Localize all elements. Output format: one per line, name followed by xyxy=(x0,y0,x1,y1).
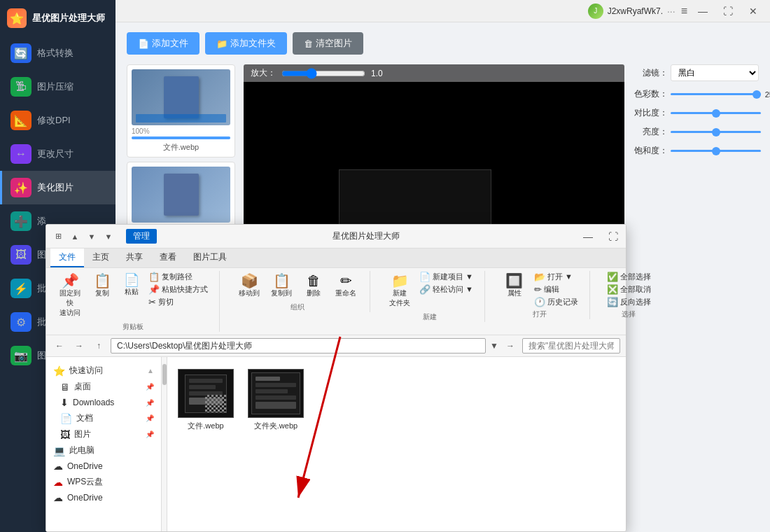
file-item-1[interactable]: ✕ 100% 文件.webp xyxy=(127,64,235,158)
rename-label: 重命名 xyxy=(335,288,356,298)
ribbon-tab-share[interactable]: 共享 xyxy=(118,248,151,267)
ribbon-small-edit[interactable]: ✏ 编辑 xyxy=(531,284,581,295)
ribbon-small-pasteshortcut[interactable]: 📌 粘贴快捷方式 xyxy=(146,284,211,295)
explorer-nav-btn-3[interactable]: ▼ xyxy=(84,229,99,244)
contrast-slider[interactable] xyxy=(671,112,761,114)
ribbon-btn-copy[interactable]: 📋 复制 xyxy=(87,271,118,301)
ribbon-small-history[interactable]: 🕐 历史记录 xyxy=(531,296,581,308)
explorer-nav-btn-1[interactable]: ⊞ xyxy=(50,229,66,244)
ribbon-tab-view[interactable]: 查看 xyxy=(151,248,185,267)
filter-select[interactable]: 黑白 彩色 复古 xyxy=(671,64,759,81)
addr-back-button[interactable]: ← xyxy=(52,338,67,354)
brightness-slider[interactable] xyxy=(671,131,761,133)
zoom-label: 放大： xyxy=(251,67,276,79)
ribbon-btn-delete[interactable]: 🗑 删除 xyxy=(298,271,329,301)
sidebar-scrollbar[interactable] xyxy=(162,357,167,531)
address-bar[interactable] xyxy=(111,338,486,354)
ribbon-col-open: 📂 打开 ▼ ✏ 编辑 🕐 历史记录 xyxy=(531,271,581,308)
ribbon-group-select: ✅ 全部选择 ❎ 全部取消 🔄 反向选择 选择 xyxy=(601,271,662,319)
onedrive2-label: OneDrive xyxy=(67,493,154,503)
ribbon-tab-tools[interactable]: 图片工具 xyxy=(185,248,235,267)
ribbon-btn-copyto[interactable]: 📋 复制到 xyxy=(266,271,297,301)
addr-up-button[interactable]: ↑ xyxy=(91,338,106,354)
addr-forward-button[interactable]: → xyxy=(71,338,87,354)
brightness-value: 0 xyxy=(764,128,770,136)
sidebar-item-format[interactable]: 🔄 格式转换 xyxy=(0,36,115,70)
documents-icon: 📄 xyxy=(60,413,72,424)
file-thumb-1 xyxy=(132,69,230,125)
desktop-label: 桌面 xyxy=(74,381,141,393)
clear-button[interactable]: 🗑 清空图片 xyxy=(293,32,363,55)
ribbon-small-copypath[interactable]: 📋 复制路径 xyxy=(146,271,211,283)
ribbon-small-cut[interactable]: ✂ 剪切 xyxy=(146,296,211,308)
explorer-file-1[interactable]: 文件.webp xyxy=(174,364,237,436)
ribbon-small-easyaccess[interactable]: 🔗 轻松访问 ▼ xyxy=(416,284,476,295)
exp-sidebar-wps[interactable]: ☁ WPS云盘 xyxy=(46,474,161,490)
batch2-icon: ⚙ xyxy=(10,312,31,332)
ribbon-col-clipboard: 📋 复制路径 📌 粘贴快捷方式 ✂ 剪切 xyxy=(146,271,211,308)
explorer-nav-btn-2[interactable]: ▲ xyxy=(67,229,83,244)
addr-dropdown-icon[interactable]: ▼ xyxy=(490,341,498,351)
search-input[interactable] xyxy=(522,338,620,354)
exp-sidebar-pictures[interactable]: 🖼 图片 📌 xyxy=(46,426,161,442)
quickaccess-label: 快速访问 xyxy=(69,365,143,377)
ribbon-small-invertselect[interactable]: 🔄 反向选择 xyxy=(604,296,654,308)
contrast-value: 0 xyxy=(764,109,770,118)
explorer-file-name-2: 文件夹.webp xyxy=(254,421,298,431)
saturation-slider[interactable] xyxy=(671,150,761,152)
exp-sidebar-onedrive1[interactable]: ☁ OneDrive xyxy=(46,458,161,474)
sidebar-item-resize[interactable]: ↔ 更改尺寸 xyxy=(0,137,115,171)
selectall-label: 全部选择 xyxy=(620,272,651,282)
sidebar-item-dpi[interactable]: 📐 修改DPI xyxy=(0,104,115,137)
add-file-button[interactable]: 📄 添加文件 xyxy=(127,32,200,55)
explorer-maximize-button[interactable]: ⛶ xyxy=(601,225,626,248)
ribbon-tabs: 文件 主页 共享 查看 图片工具 xyxy=(46,248,626,268)
add-folder-button[interactable]: 📁 添加文件夹 xyxy=(205,32,287,55)
exp-sidebar-thispc[interactable]: 💻 此电脑 xyxy=(46,442,161,458)
exp-sidebar-documents[interactable]: 📄 文档 📌 xyxy=(46,410,161,426)
zoom-slider[interactable] xyxy=(281,68,365,79)
settings-icon[interactable]: ≡ xyxy=(681,5,687,18)
new-group-label: 新建 xyxy=(423,312,437,322)
addr-refresh-button[interactable]: → xyxy=(503,338,518,354)
clear-icon: 🗑 xyxy=(304,38,313,49)
ribbon-btn-pin[interactable]: 📌 固定到快速访问 xyxy=(55,271,85,321)
rename-icon: ✏ xyxy=(340,274,352,288)
easyaccess-label: 轻松访问 ▼ xyxy=(433,284,473,295)
pin-label: 固定到快速访问 xyxy=(59,288,80,318)
ribbon-btn-rename[interactable]: ✏ 重命名 xyxy=(330,271,361,301)
ribbon-small-selectall[interactable]: ✅ 全部选择 xyxy=(604,271,654,283)
sidebar-header: ⭐ 星优图片处理大师 xyxy=(0,0,115,36)
ribbon-small-newitem[interactable]: 📄 新建项目 ▼ xyxy=(416,271,476,283)
ribbon-btn-newfolder[interactable]: 📁 新建文件夹 xyxy=(384,271,415,311)
paste-icon: 📄 xyxy=(124,274,139,286)
brightness-row: 亮度： 0 xyxy=(633,126,759,138)
ribbon-btn-properties[interactable]: 🔲 属性 xyxy=(499,271,530,301)
ribbon-small-open[interactable]: 📂 打开 ▼ xyxy=(531,271,581,283)
maximize-button[interactable]: ⛶ xyxy=(718,4,738,19)
exp-sidebar-downloads[interactable]: ⬇ Downloads 📌 xyxy=(46,395,161,410)
exp-sidebar-quickaccess[interactable]: ⭐ 快速访问 ▲ xyxy=(46,363,161,379)
explorer-files: 文件.webp 文件夹.webp xyxy=(167,357,626,531)
ribbon-tab-home[interactable]: 主页 xyxy=(84,248,118,267)
ribbon-tab-file[interactable]: 文件 xyxy=(50,248,84,267)
explorer-file-2[interactable]: 文件夹.webp xyxy=(244,364,307,436)
main-toolbar: 📄 添加文件 📁 添加文件夹 🗑 清空图片 xyxy=(115,22,770,64)
onedrive1-icon: ☁ xyxy=(53,461,63,472)
sidebar-item-beautify[interactable]: ✨ 美化图片 xyxy=(0,171,115,204)
explorer-nav-btn-4[interactable]: ▼ xyxy=(101,229,116,244)
exp-sidebar-onedrive2[interactable]: ☁ OneDrive xyxy=(46,490,161,505)
explorer-minimize-button[interactable]: — xyxy=(575,225,601,248)
desktop-icon: 🖥 xyxy=(60,382,70,393)
sidebar-item-compress[interactable]: 🗜 图片压缩 xyxy=(0,70,115,104)
minimize-button[interactable]: — xyxy=(693,4,713,19)
color-slider[interactable] xyxy=(671,93,761,95)
close-button[interactable]: ✕ xyxy=(743,4,763,19)
ribbon-small-selectnone[interactable]: ❎ 全部取消 xyxy=(604,284,654,295)
ribbon-group-clipboard: 📌 固定到快速访问 📋 复制 📄 粘贴 xyxy=(52,271,220,332)
ribbon-btn-moveto[interactable]: 📦 移动到 xyxy=(234,271,265,301)
copyto-label: 复制到 xyxy=(271,288,292,298)
exp-sidebar-desktop[interactable]: 🖥 桌面 📌 xyxy=(46,379,161,395)
ribbon-btn-paste[interactable]: 📄 粘贴 xyxy=(119,271,144,300)
app-logo: ⭐ xyxy=(7,8,27,28)
